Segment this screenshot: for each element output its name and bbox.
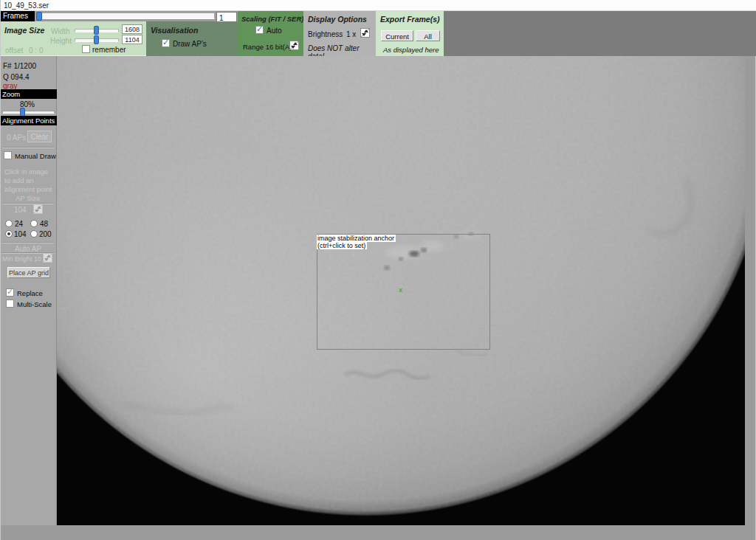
export-all-button[interactable]: All: [416, 30, 440, 41]
height-slider-thumb[interactable]: [94, 35, 99, 44]
ap-size-104-radio[interactable]: [5, 230, 13, 238]
frames-slider[interactable]: [35, 13, 215, 19]
sidebar-divider: [2, 203, 54, 204]
offset-label: offset: [5, 46, 23, 55]
remember-label: remember: [92, 46, 126, 54]
ap-count: 0 APs: [7, 134, 26, 142]
alignment-points-header: Alignment Points: [1, 116, 57, 125]
multi-scale-label: Multi-Scale: [17, 300, 52, 308]
export-note: As displayed here: [383, 46, 439, 54]
ap-size-spinner[interactable]: [33, 204, 43, 214]
sidebar-divider: [2, 147, 54, 148]
scaling-title: Scaling (FIT / SER): [241, 15, 303, 23]
display-options-panel: Display Options Brightness 1 x Does NOT …: [303, 11, 376, 56]
loaded-file-name: 10_49_53.ser: [4, 1, 49, 10]
sidebar-divider: [2, 242, 54, 243]
stabilization-anchor-rect[interactable]: image stabilization anchor (ctrl+click t…: [317, 234, 490, 350]
frames-label: Frames: [1, 11, 35, 21]
range-label: Range 16 bit(A): [243, 43, 292, 51]
ap-hint-line1: Click in image: [4, 167, 48, 176]
replace-checkbox[interactable]: [6, 288, 14, 297]
image-size-title: Image Size: [4, 26, 44, 35]
frames-slider-thumb[interactable]: [36, 12, 42, 21]
ap-size-48-radio[interactable]: [30, 220, 38, 227]
zoom-slider[interactable]: [2, 111, 55, 114]
ap-size-24-radio[interactable]: [5, 220, 13, 227]
scaling-panel: Scaling (FIT / SER) Auto Range 16 bit(A): [238, 11, 303, 56]
range-spinner[interactable]: [289, 41, 299, 50]
image-size-panel: Image Size Width 1608 Height 1104 offset…: [1, 21, 146, 56]
min-bright-value: 10: [34, 255, 41, 263]
brightness-label: Brightness: [308, 30, 343, 38]
visualisation-title: Visualisation: [151, 26, 198, 35]
width-label: Width: [51, 27, 70, 35]
anchor-tooltip-line1: image stabilization anchor: [317, 235, 396, 242]
visualisation-panel: Visualisation Draw AP's: [146, 21, 238, 56]
manual-draw-checkbox[interactable]: [4, 151, 12, 159]
anchor-tooltip-line2: (ctrl+click to set): [317, 242, 367, 249]
width-slider-thumb[interactable]: [94, 26, 99, 35]
ap-hint-line2: to add an: [4, 176, 34, 184]
export-frames-panel: Export Frame(s) Current All As displayed…: [376, 11, 444, 56]
anchor-center-marker: x: [399, 286, 402, 294]
display-options-title: Display Options: [308, 15, 367, 24]
clear-aps-button[interactable]: Clear: [27, 131, 52, 142]
min-bright-label: Min Bright: [2, 255, 32, 263]
image-viewer[interactable]: image stabilization anchor (ctrl+click t…: [57, 56, 745, 525]
ap-size-48-label: 48: [40, 220, 48, 228]
width-value[interactable]: 1608: [122, 24, 142, 34]
draw-aps-label: Draw AP's: [173, 40, 207, 48]
brightness-value: 1 x: [346, 30, 356, 38]
ap-size-24-label: 24: [15, 220, 23, 228]
brightness-spinner[interactable]: [360, 28, 370, 38]
multi-scale-checkbox[interactable]: [6, 300, 14, 308]
autostakkert-frame-view-window: 10_49_53.ser Frames 1 Play Image Size Wi…: [0, 0, 756, 540]
height-label: Height: [50, 37, 72, 45]
remember-checkbox[interactable]: [82, 45, 90, 53]
export-title: Export Frame(s): [380, 15, 440, 24]
quality-readout: Q 094.4: [3, 73, 30, 81]
f-number-readout: F# 1/1200: [3, 62, 36, 70]
zoom-section-header: Zoom: [1, 89, 57, 99]
toolbar-empty-area: [444, 11, 756, 56]
auto-scaling-label: Auto: [267, 27, 282, 35]
auto-scaling-checkbox[interactable]: [255, 26, 264, 34]
ap-size-value: 104: [14, 206, 27, 214]
manual-draw-label: Manual Draw: [15, 152, 56, 160]
height-value[interactable]: 1104: [122, 35, 142, 44]
ap-size-label: AP Size: [16, 194, 41, 202]
draw-aps-checkbox[interactable]: [162, 39, 170, 47]
left-sidebar: F# 1/1200 Q 094.4 gray Zoom 80% Alignmen…: [1, 56, 57, 525]
offset-value: 0 : 0: [29, 46, 43, 55]
ap-size-200-label: 200: [39, 230, 52, 238]
place-ap-grid-button[interactable]: Place AP grid: [7, 267, 50, 278]
export-current-button[interactable]: Current: [381, 30, 413, 41]
ap-size-200-radio[interactable]: [30, 230, 38, 238]
min-bright-spinner[interactable]: [43, 253, 52, 263]
title-bar: 10_49_53.ser: [1, 0, 756, 11]
ap-hint-line3: alignment point: [4, 185, 52, 193]
replace-label: Replace: [17, 289, 43, 297]
ap-size-104-label: 104: [14, 230, 27, 238]
